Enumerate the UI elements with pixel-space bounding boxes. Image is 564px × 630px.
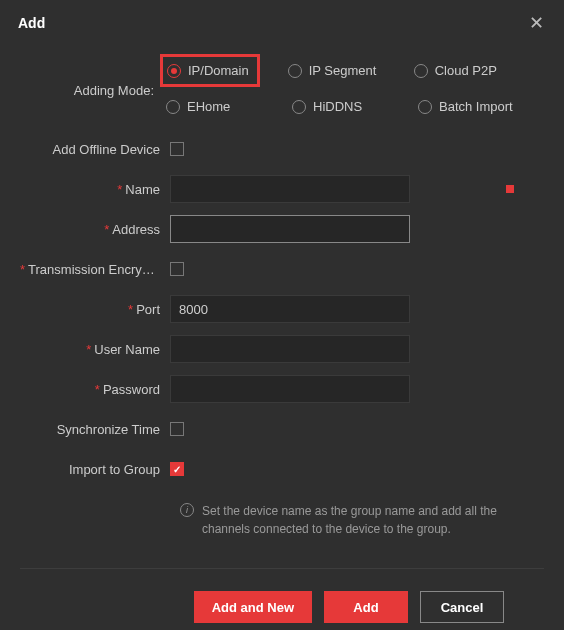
radio-cloud-p2p[interactable]: Cloud P2P: [414, 54, 540, 87]
synchronize-time-row: Synchronize Time: [20, 414, 544, 444]
adding-mode-radio-group: IP/Domain IP Segment Cloud P2P: [164, 54, 544, 126]
import-to-group-checkbox[interactable]: [170, 462, 184, 476]
name-label: *Name: [20, 182, 170, 197]
password-row: *Password: [20, 374, 544, 404]
radio-icon: [414, 64, 428, 78]
radio-label: HiDDNS: [313, 99, 362, 114]
dialog-header: Add ✕: [0, 0, 564, 46]
info-row: i Set the device name as the group name …: [180, 502, 544, 538]
port-label: *Port: [20, 302, 170, 317]
radio-label: IP Segment: [309, 63, 377, 78]
add-offline-device-checkbox[interactable]: [170, 142, 184, 156]
address-row: *Address: [20, 214, 544, 244]
radio-icon: [292, 100, 306, 114]
radio-hiddns[interactable]: HiDDNS: [292, 99, 418, 114]
radio-label: EHome: [187, 99, 230, 114]
info-text: Set the device name as the group name an…: [202, 502, 532, 538]
name-row: *Name: [20, 174, 544, 204]
user-name-input[interactable]: [170, 335, 410, 363]
radio-label: Cloud P2P: [435, 63, 497, 78]
address-label: *Address: [20, 222, 170, 237]
button-bar: Add and New Add Cancel: [20, 568, 544, 623]
transmission-encryption-checkbox[interactable]: [170, 262, 184, 276]
password-label: *Password: [20, 382, 170, 397]
radio-row-2: EHome HiDDNS Batch Import: [164, 99, 544, 114]
radio-icon: [166, 100, 180, 114]
indicator-icon: [506, 185, 514, 193]
cancel-button[interactable]: Cancel: [420, 591, 504, 623]
radio-icon: [418, 100, 432, 114]
radio-label: IP/Domain: [188, 63, 249, 78]
radio-ip-domain[interactable]: IP/Domain: [167, 63, 249, 78]
port-input[interactable]: [170, 295, 410, 323]
radio-batch-import[interactable]: Batch Import: [418, 99, 544, 114]
import-to-group-row: Import to Group: [20, 454, 544, 484]
add-and-new-button[interactable]: Add and New: [194, 591, 312, 623]
dialog-title: Add: [18, 15, 45, 31]
highlight-box: IP/Domain: [160, 54, 260, 87]
radio-label: Batch Import: [439, 99, 513, 114]
import-to-group-label: Import to Group: [20, 462, 170, 477]
radio-ip-segment[interactable]: IP Segment: [288, 54, 414, 87]
user-name-row: *User Name: [20, 334, 544, 364]
adding-mode-row: Adding Mode: IP/Domain IP Segment: [20, 54, 544, 126]
transmission-encryption-row: *Transmission Encrypti...: [20, 254, 544, 284]
password-input[interactable]: [170, 375, 410, 403]
transmission-encryption-label: *Transmission Encrypti...: [20, 262, 170, 277]
user-name-label: *User Name: [20, 342, 170, 357]
name-input[interactable]: [170, 175, 410, 203]
port-row: *Port: [20, 294, 544, 324]
radio-icon: [288, 64, 302, 78]
add-offline-device-label: Add Offline Device: [20, 142, 170, 157]
synchronize-time-label: Synchronize Time: [20, 422, 170, 437]
info-icon: i: [180, 503, 194, 517]
address-input[interactable]: [170, 215, 410, 243]
dialog-body: Adding Mode: IP/Domain IP Segment: [0, 46, 564, 630]
radio-ehome[interactable]: EHome: [166, 99, 292, 114]
close-icon[interactable]: ✕: [526, 12, 546, 34]
add-button[interactable]: Add: [324, 591, 408, 623]
radio-icon: [167, 64, 181, 78]
adding-mode-label: Adding Mode:: [20, 83, 164, 98]
synchronize-time-checkbox[interactable]: [170, 422, 184, 436]
add-device-dialog: Add ✕ Adding Mode: IP/Domain IP Segment: [0, 0, 564, 630]
add-offline-device-row: Add Offline Device: [20, 134, 544, 164]
